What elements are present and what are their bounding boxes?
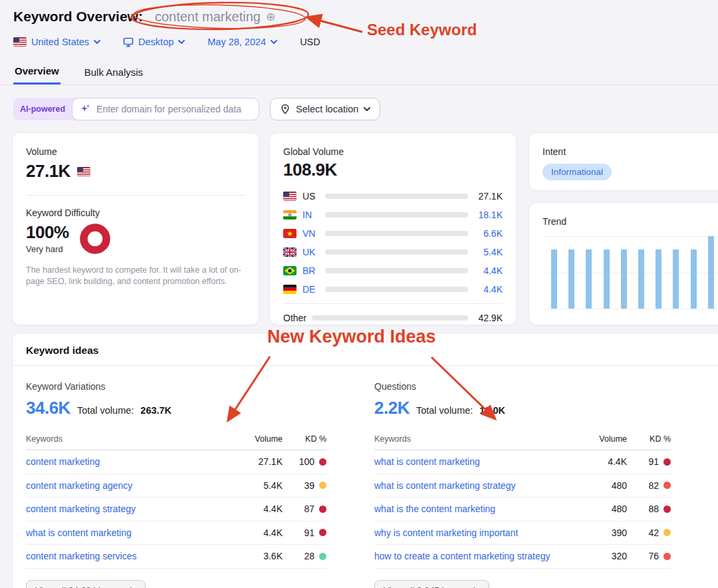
- trend-card: Trend: [529, 202, 718, 325]
- global-volume-label: Global Volume: [283, 146, 503, 157]
- trend-label: Trend: [542, 216, 716, 227]
- domain-input[interactable]: [96, 104, 251, 114]
- kd-cell: 91: [627, 456, 671, 467]
- personalization-toolbar: AI-powered Select location: [13, 97, 718, 121]
- kd-dot-icon: [663, 458, 671, 466]
- view-all-questions-button[interactable]: View all 2,245 keywords: [374, 580, 489, 588]
- country-code: Other: [283, 313, 312, 323]
- keyword-link[interactable]: what is content marketing: [26, 527, 132, 538]
- country-volume-value[interactable]: 4.4K: [468, 284, 503, 295]
- country-volume-value[interactable]: 4.4K: [468, 265, 503, 276]
- trend-bar: [568, 249, 574, 309]
- keyword-link[interactable]: why is content marketing important: [374, 527, 518, 538]
- trend-bar: [621, 249, 627, 309]
- kd-dot-icon: [319, 458, 326, 466]
- volume-label: Volume: [26, 146, 245, 157]
- country-code[interactable]: VN: [302, 228, 325, 239]
- country-row-br: BR4.4K: [283, 261, 503, 280]
- device-filter[interactable]: Desktop: [123, 37, 185, 47]
- table-row: what is content marketing4.4K91: [374, 450, 671, 474]
- chevron-down-icon: [364, 107, 370, 111]
- header-volume: Volume: [241, 434, 283, 444]
- kd-dot-icon: [663, 482, 671, 489]
- kd-cell: 28: [283, 551, 326, 561]
- keyword-link[interactable]: what is content marketing: [374, 456, 480, 467]
- total-volume-label: Total volume:: [416, 405, 473, 416]
- country-volume-value[interactable]: 5.4K: [468, 247, 503, 257]
- domain-input-box: [72, 98, 259, 120]
- keyword-link[interactable]: what is content marketing strategy: [374, 480, 515, 491]
- header-kd: KD %: [627, 434, 671, 444]
- country-row-de: DE4.4K: [283, 280, 503, 299]
- kd-dot-icon: [319, 553, 326, 560]
- trend-bar: [586, 249, 592, 309]
- table-row: what is content marketing4.4K91: [26, 521, 326, 545]
- ai-domain-widget: AI-powered: [13, 98, 259, 120]
- country-volume-bar: [312, 315, 468, 321]
- country-code[interactable]: DE: [302, 284, 325, 295]
- country-volume-bar: [325, 194, 468, 199]
- column-title: Questions: [374, 381, 671, 392]
- global-volume-card: Global Volume 108.9K US27.1KIN18.1KVN6.6…: [269, 132, 517, 325]
- difficulty-level: Very hard: [26, 244, 69, 254]
- country-row-us: US27.1K: [283, 187, 503, 206]
- volume-cell: 3.6K: [241, 551, 283, 561]
- column-total-count: 34.6K: [26, 398, 70, 418]
- country-code: US: [302, 191, 325, 202]
- tab-bulk-analysis[interactable]: Bulk Analysis: [83, 61, 144, 84]
- keyword-link[interactable]: content marketing agency: [26, 480, 132, 491]
- total-volume-value: 263.7K: [140, 405, 172, 416]
- country-volume-value[interactable]: 18.1K: [468, 210, 503, 220]
- country-code[interactable]: BR: [302, 265, 325, 276]
- keyword-ideas-columns: Keyword Variations34.6KTotal volume:263.…: [13, 366, 718, 588]
- gridline: [542, 309, 718, 309]
- keyword-link[interactable]: how to create a content marketing strate…: [374, 551, 550, 561]
- keyword-link[interactable]: content marketing services: [26, 551, 137, 561]
- table-row: content marketing strategy4.4K87: [26, 498, 326, 521]
- country-row-vn: VN6.6K: [283, 224, 503, 243]
- br-flag-icon: [283, 266, 297, 275]
- country-filter[interactable]: United States: [13, 37, 100, 47]
- keyword-variations-column: Keyword Variations34.6KTotal volume:263.…: [26, 366, 326, 588]
- select-location-dropdown[interactable]: Select location: [270, 98, 380, 120]
- volume-cell: 320: [586, 551, 627, 561]
- keyword-link[interactable]: content marketing strategy: [26, 504, 136, 514]
- trend-bar: [638, 249, 644, 309]
- keyword-link[interactable]: what is the content marketing: [374, 504, 495, 514]
- kd-dot-icon: [663, 506, 671, 513]
- country-volume-value[interactable]: 6.6K: [468, 228, 503, 239]
- intent-badge[interactable]: Informational: [542, 164, 612, 180]
- tab-bar: Overview Bulk Analysis: [0, 61, 718, 85]
- add-keyword-icon[interactable]: ⊕: [266, 10, 275, 24]
- country-volume-bar: [325, 212, 468, 218]
- date-filter[interactable]: May 28, 2024: [207, 37, 277, 47]
- seed-keyword-text: content marketing: [155, 9, 261, 25]
- total-volume-value: 18.0K: [479, 405, 505, 416]
- volume-value: 27.1K: [26, 161, 70, 182]
- keyword-ideas-title: Keyword ideas: [13, 333, 718, 365]
- sparkles-icon: [80, 104, 91, 114]
- table-header: KeywordsVolumeKD %: [26, 434, 326, 450]
- page-header: Keyword Overview: content marketing ⊕ Un…: [0, 0, 718, 85]
- intent-card: Intent Informational: [529, 132, 718, 191]
- kd-dot-icon: [319, 506, 326, 513]
- volume-cell: 480: [586, 504, 627, 514]
- trend-bar: [673, 249, 679, 309]
- us-flag-icon: [13, 37, 27, 47]
- volume-difficulty-card: Volume 27.1K Keyword Difficulty 100% Ver…: [12, 132, 259, 325]
- trend-bar: [708, 236, 714, 309]
- keyword-link[interactable]: content marketing: [26, 456, 100, 467]
- country-code[interactable]: IN: [302, 210, 325, 220]
- divider: [283, 303, 503, 304]
- keywords-table: KeywordsVolumeKD %what is content market…: [374, 434, 671, 569]
- volume-cell: 27.1K: [241, 456, 283, 467]
- volume-cell: 5.4K: [241, 480, 283, 491]
- us-flag-icon: [77, 167, 90, 176]
- view-all-variations-button[interactable]: View all 34,634 keywords: [26, 580, 146, 588]
- country-volume-value: 42.9K: [468, 313, 503, 323]
- trend-bar: [691, 249, 697, 309]
- volume-cell: 4.4K: [241, 527, 283, 538]
- table-row: content marketing agency5.4K39: [26, 474, 326, 498]
- tab-overview[interactable]: Overview: [13, 61, 60, 84]
- country-code[interactable]: UK: [302, 247, 325, 257]
